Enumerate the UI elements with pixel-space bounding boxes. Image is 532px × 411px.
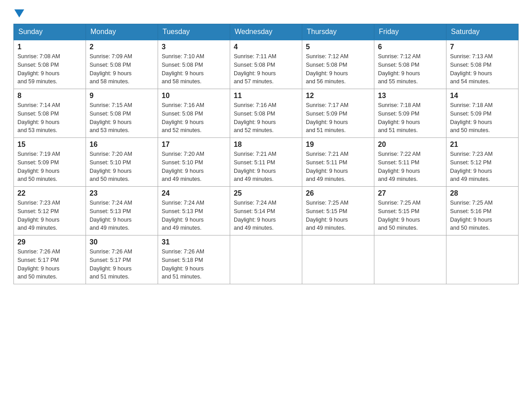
daylight-minutes: and 51 minutes. [162,274,202,280]
day-info: Sunrise: 7:20 AM Sunset: 5:10 PM Dayligh… [90,150,154,184]
daylight-label: Daylight: 9 hours [306,70,348,77]
calendar-cell: 30 Sunrise: 7:26 AM Sunset: 5:17 PM Dayl… [86,235,158,284]
day-number: 26 [306,189,370,197]
daylight-minutes: and 49 minutes. [234,225,274,231]
sunrise-label: Sunrise: 7:16 AM [162,102,204,108]
daylight-minutes: and 49 minutes. [378,176,418,182]
daylight-minutes: and 49 minutes. [162,225,202,231]
daylight-minutes: and 49 minutes. [90,225,129,231]
daylight-minutes: and 49 minutes. [162,176,202,182]
day-info: Sunrise: 7:12 AM Sunset: 5:08 PM Dayligh… [306,52,370,86]
day-info: Sunrise: 7:23 AM Sunset: 5:12 PM Dayligh… [17,199,82,232]
daylight-label: Daylight: 9 hours [234,70,276,77]
daylight-minutes: and 57 minutes. [234,78,274,85]
calendar-cell: 8 Sunrise: 7:14 AM Sunset: 5:08 PM Dayli… [14,89,86,138]
day-number: 6 [378,43,442,51]
day-info: Sunrise: 7:21 AM Sunset: 5:11 PM Dayligh… [306,150,370,184]
sunrise-label: Sunrise: 7:14 AM [17,102,60,108]
day-info: Sunrise: 7:15 AM Sunset: 5:08 PM Dayligh… [90,101,154,135]
sunset-label: Sunset: 5:10 PM [90,159,131,166]
day-info: Sunrise: 7:12 AM Sunset: 5:08 PM Dayligh… [378,52,442,86]
day-number: 5 [306,43,370,51]
sunrise-label: Sunrise: 7:23 AM [450,151,493,157]
daylight-minutes: and 56 minutes. [306,78,346,85]
daylight-label: Daylight: 9 hours [378,168,420,174]
daylight-label: Daylight: 9 hours [234,217,276,223]
daylight-minutes: and 49 minutes. [450,176,490,182]
sunset-label: Sunset: 5:13 PM [162,208,203,214]
day-number: 14 [450,92,515,100]
calendar-cell: 20 Sunrise: 7:22 AM Sunset: 5:11 PM Dayl… [374,138,446,187]
daylight-label: Daylight: 9 hours [306,217,348,223]
daylight-label: Daylight: 9 hours [378,119,420,125]
calendar-cell: 12 Sunrise: 7:17 AM Sunset: 5:09 PM Dayl… [302,89,374,138]
daylight-minutes: and 53 minutes. [17,127,57,133]
sunrise-label: Sunrise: 7:26 AM [90,248,132,255]
day-info: Sunrise: 7:11 AM Sunset: 5:08 PM Dayligh… [234,52,298,86]
sunrise-label: Sunrise: 7:23 AM [17,200,60,206]
sunset-label: Sunset: 5:08 PM [90,62,131,68]
calendar-cell: 26 Sunrise: 7:25 AM Sunset: 5:15 PM Dayl… [302,187,374,235]
day-number: 12 [306,92,370,100]
sunrise-label: Sunrise: 7:19 AM [17,151,60,157]
calendar-cell [302,235,374,284]
sunset-label: Sunset: 5:11 PM [306,159,347,166]
sunset-label: Sunset: 5:09 PM [378,111,419,117]
day-number: 21 [450,141,515,149]
day-info: Sunrise: 7:25 AM Sunset: 5:15 PM Dayligh… [378,199,442,232]
calendar-cell: 16 Sunrise: 7:20 AM Sunset: 5:10 PM Dayl… [86,138,158,187]
header-cell-sunday: Sunday [14,24,86,40]
logo-triangle-icon [14,9,24,19]
sunrise-label: Sunrise: 7:11 AM [234,53,276,60]
daylight-minutes: and 50 minutes. [378,225,418,231]
calendar-cell: 6 Sunrise: 7:12 AM Sunset: 5:08 PM Dayli… [374,40,446,89]
day-number: 10 [162,92,226,100]
day-info: Sunrise: 7:19 AM Sunset: 5:09 PM Dayligh… [17,150,82,184]
calendar-cell: 18 Sunrise: 7:21 AM Sunset: 5:11 PM Dayl… [230,138,302,187]
day-number: 18 [234,141,298,149]
daylight-label: Daylight: 9 hours [306,119,348,125]
sunrise-label: Sunrise: 7:13 AM [450,53,493,60]
day-info: Sunrise: 7:23 AM Sunset: 5:12 PM Dayligh… [450,150,515,184]
daylight-minutes: and 51 minutes. [306,127,346,133]
day-number: 29 [17,238,82,246]
sunrise-label: Sunrise: 7:21 AM [306,151,348,157]
day-info: Sunrise: 7:13 AM Sunset: 5:08 PM Dayligh… [450,52,515,86]
header-cell-wednesday: Wednesday [230,24,302,40]
day-number: 28 [450,189,515,197]
day-info: Sunrise: 7:17 AM Sunset: 5:09 PM Dayligh… [306,101,370,135]
daylight-label: Daylight: 9 hours [162,168,204,174]
header-cell-thursday: Thursday [302,24,374,40]
sunrise-label: Sunrise: 7:20 AM [162,151,204,157]
sunset-label: Sunset: 5:18 PM [162,257,203,263]
sunrise-label: Sunrise: 7:20 AM [90,151,132,157]
sunset-label: Sunset: 5:16 PM [450,208,491,214]
sunrise-label: Sunrise: 7:22 AM [378,151,420,157]
sunset-label: Sunset: 5:17 PM [17,257,59,263]
sunrise-label: Sunrise: 7:12 AM [378,53,420,60]
day-number: 22 [17,189,82,197]
sunset-label: Sunset: 5:12 PM [17,208,59,214]
daylight-label: Daylight: 9 hours [90,119,132,125]
daylight-label: Daylight: 9 hours [17,119,60,125]
calendar-body: 1 Sunrise: 7:08 AM Sunset: 5:08 PM Dayli… [14,40,519,284]
daylight-label: Daylight: 9 hours [234,168,276,174]
calendar-cell: 7 Sunrise: 7:13 AM Sunset: 5:08 PM Dayli… [446,40,519,89]
header-cell-tuesday: Tuesday [158,24,230,40]
daylight-label: Daylight: 9 hours [450,217,492,223]
day-number: 8 [17,92,82,100]
calendar-cell: 5 Sunrise: 7:12 AM Sunset: 5:08 PM Dayli… [302,40,374,89]
daylight-label: Daylight: 9 hours [162,119,204,125]
daylight-minutes: and 58 minutes. [162,78,202,85]
sunset-label: Sunset: 5:08 PM [378,62,419,68]
daylight-minutes: and 49 minutes. [17,225,57,231]
svg-marker-0 [14,9,24,17]
day-info: Sunrise: 7:14 AM Sunset: 5:08 PM Dayligh… [17,101,82,135]
calendar-cell: 2 Sunrise: 7:09 AM Sunset: 5:08 PM Dayli… [86,40,158,89]
calendar-cell [446,235,519,284]
daylight-minutes: and 51 minutes. [378,127,418,133]
sunset-label: Sunset: 5:13 PM [90,208,131,214]
calendar-table: SundayMondayTuesdayWednesdayThursdayFrid… [13,24,519,284]
day-number: 24 [162,189,226,197]
day-info: Sunrise: 7:26 AM Sunset: 5:17 PM Dayligh… [90,248,154,281]
